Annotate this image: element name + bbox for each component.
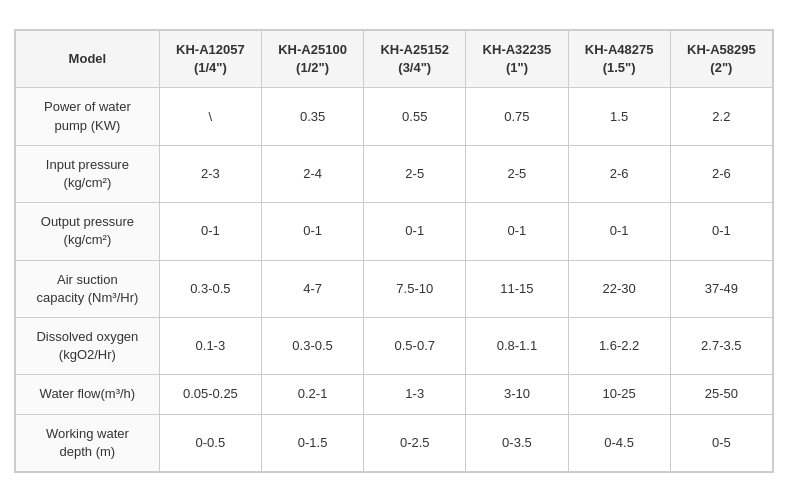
row-label-2: Output pressure(kg/cm²) xyxy=(16,203,160,260)
cell-r6-c1: 0-1.5 xyxy=(261,414,363,471)
cell-r1-c5: 2-6 xyxy=(670,145,772,202)
label-line2: capacity (Nm³/Hr) xyxy=(36,290,138,305)
label-line2: pump (KW) xyxy=(55,118,121,133)
table-row: Working waterdepth (m)0-0.50-1.50-2.50-3… xyxy=(16,414,773,471)
cell-r3-c4: 22-30 xyxy=(568,260,670,317)
cell-r2-c5: 0-1 xyxy=(670,203,772,260)
cell-r1-c4: 2-6 xyxy=(568,145,670,202)
table-row: Water flow(m³/h)0.05-0.250.2-11-33-1010-… xyxy=(16,375,773,414)
label-line2: depth (m) xyxy=(60,444,116,459)
cell-r1-c2: 2-5 xyxy=(364,145,466,202)
header-cell-kh-a25100: KH-A25100(1/2") xyxy=(261,31,363,88)
cell-r6-c0: 0-0.5 xyxy=(159,414,261,471)
cell-r0-c0: \ xyxy=(159,88,261,145)
spec-table-wrapper: ModelKH-A12057(1/4")KH-A25100(1/2")KH-A2… xyxy=(14,29,774,473)
cell-r2-c4: 0-1 xyxy=(568,203,670,260)
row-label-6: Working waterdepth (m) xyxy=(16,414,160,471)
cell-r5-c4: 10-25 xyxy=(568,375,670,414)
table-row: Output pressure(kg/cm²)0-10-10-10-10-10-… xyxy=(16,203,773,260)
cell-r3-c1: 4-7 xyxy=(261,260,363,317)
cell-r5-c1: 0.2-1 xyxy=(261,375,363,414)
header-line1: KH-A48275 xyxy=(585,42,654,57)
row-label-3: Air suctioncapacity (Nm³/Hr) xyxy=(16,260,160,317)
header-line2: (1.5") xyxy=(603,60,636,75)
cell-r6-c2: 0-2.5 xyxy=(364,414,466,471)
cell-r2-c1: 0-1 xyxy=(261,203,363,260)
header-line2: (1/4") xyxy=(194,60,227,75)
cell-r6-c5: 0-5 xyxy=(670,414,772,471)
cell-r5-c2: 1-3 xyxy=(364,375,466,414)
cell-r2-c3: 0-1 xyxy=(466,203,568,260)
label-line1: Power of water xyxy=(44,99,131,114)
table-row: Power of waterpump (KW)\0.350.550.751.52… xyxy=(16,88,773,145)
header-line2: (1") xyxy=(506,60,528,75)
header-cell-kh-a25152: KH-A25152(3/4") xyxy=(364,31,466,88)
cell-r1-c1: 2-4 xyxy=(261,145,363,202)
header-line2: (3/4") xyxy=(398,60,431,75)
header-line1: KH-A32235 xyxy=(483,42,552,57)
cell-r0-c3: 0.75 xyxy=(466,88,568,145)
cell-r0-c1: 0.35 xyxy=(261,88,363,145)
cell-r0-c2: 0.55 xyxy=(364,88,466,145)
cell-r2-c2: 0-1 xyxy=(364,203,466,260)
header-row: ModelKH-A12057(1/4")KH-A25100(1/2")KH-A2… xyxy=(16,31,773,88)
cell-r2-c0: 0-1 xyxy=(159,203,261,260)
table-row: Air suctioncapacity (Nm³/Hr)0.3-0.54-77.… xyxy=(16,260,773,317)
cell-r3-c2: 7.5-10 xyxy=(364,260,466,317)
header-line2: (2") xyxy=(710,60,732,75)
row-label-0: Power of waterpump (KW) xyxy=(16,88,160,145)
label-line1: Output pressure xyxy=(41,214,134,229)
label-line1: Air suction xyxy=(57,272,118,287)
cell-r1-c3: 2-5 xyxy=(466,145,568,202)
cell-r0-c5: 2.2 xyxy=(670,88,772,145)
header-cell-model: Model xyxy=(16,31,160,88)
cell-r5-c0: 0.05-0.25 xyxy=(159,375,261,414)
label-line1: Input pressure xyxy=(46,157,129,172)
header-cell-kh-a32235: KH-A32235(1") xyxy=(466,31,568,88)
cell-r3-c0: 0.3-0.5 xyxy=(159,260,261,317)
header-line1: KH-A12057 xyxy=(176,42,245,57)
cell-r5-c3: 3-10 xyxy=(466,375,568,414)
table-row: Dissolved oxygen(kgO2/Hr)0.1-30.3-0.50.5… xyxy=(16,317,773,374)
header-cell-kh-a48275: KH-A48275(1.5") xyxy=(568,31,670,88)
cell-r6-c4: 0-4.5 xyxy=(568,414,670,471)
row-label-4: Dissolved oxygen(kgO2/Hr) xyxy=(16,317,160,374)
table-row: Input pressure(kg/cm²)2-32-42-52-52-62-6 xyxy=(16,145,773,202)
cell-r4-c2: 0.5-0.7 xyxy=(364,317,466,374)
cell-r4-c0: 0.1-3 xyxy=(159,317,261,374)
header-line2: (1/2") xyxy=(296,60,329,75)
header-cell-kh-a58295: KH-A58295(2") xyxy=(670,31,772,88)
cell-r4-c3: 0.8-1.1 xyxy=(466,317,568,374)
spec-table: ModelKH-A12057(1/4")KH-A25100(1/2")KH-A2… xyxy=(15,30,773,472)
label-line2: (kgO2/Hr) xyxy=(59,347,116,362)
cell-r6-c3: 0-3.5 xyxy=(466,414,568,471)
cell-r4-c1: 0.3-0.5 xyxy=(261,317,363,374)
label-line2: (kg/cm²) xyxy=(64,175,112,190)
row-label-1: Input pressure(kg/cm²) xyxy=(16,145,160,202)
table-body: Power of waterpump (KW)\0.350.550.751.52… xyxy=(16,88,773,471)
row-label-5: Water flow(m³/h) xyxy=(16,375,160,414)
cell-r5-c5: 25-50 xyxy=(670,375,772,414)
header-line1: KH-A25152 xyxy=(380,42,449,57)
cell-r4-c4: 1.6-2.2 xyxy=(568,317,670,374)
cell-r3-c3: 11-15 xyxy=(466,260,568,317)
header-line1: KH-A25100 xyxy=(278,42,347,57)
cell-r0-c4: 1.5 xyxy=(568,88,670,145)
label-line1: Working water xyxy=(46,426,129,441)
label-line2: (kg/cm²) xyxy=(64,232,112,247)
header-line1: KH-A58295 xyxy=(687,42,756,57)
cell-r4-c5: 2.7-3.5 xyxy=(670,317,772,374)
cell-r3-c5: 37-49 xyxy=(670,260,772,317)
header-cell-kh-a12057: KH-A12057(1/4") xyxy=(159,31,261,88)
cell-r1-c0: 2-3 xyxy=(159,145,261,202)
label-line1: Dissolved oxygen xyxy=(36,329,138,344)
